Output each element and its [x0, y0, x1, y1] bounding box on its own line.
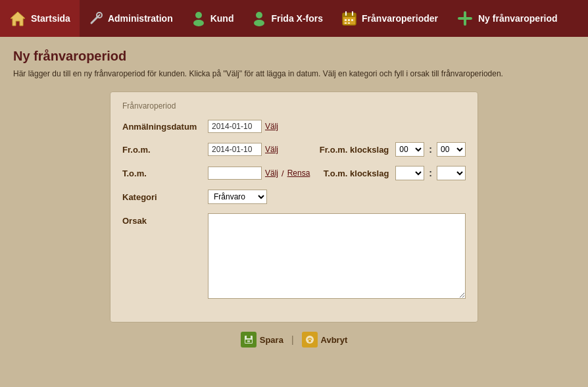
cancel-icon	[302, 332, 318, 348]
tom-min-select[interactable]: 00153045	[437, 166, 466, 180]
svg-line-3	[97, 14, 100, 17]
orsak-row: Orsak	[122, 213, 466, 301]
orsak-field	[208, 213, 466, 301]
tom-row: T.o.m. Välj / Rensa T.o.m. klockslag 000…	[122, 166, 466, 180]
from-field: 2014-01-10 Välj	[208, 143, 313, 156]
tom-klockslag-label: T.o.m. klockslag	[324, 168, 389, 178]
action-bar: Spara | Avbryt	[13, 322, 575, 354]
from-value: 2014-01-10	[208, 143, 262, 156]
save-label: Spara	[260, 335, 283, 345]
kategori-row: Kategori Frånvaro Sjukdom Semester Övrig…	[122, 190, 466, 204]
main-content: Ny frånvaroperiod Här lägger du till en …	[0, 37, 588, 361]
nav-kund-label: Kund	[210, 13, 234, 24]
svg-point-24	[308, 340, 311, 342]
svg-rect-14	[351, 19, 353, 21]
page-title: Ny frånvaroperiod	[13, 49, 575, 64]
svg-rect-13	[348, 19, 350, 21]
tom-rensa-link[interactable]: Rensa	[287, 168, 310, 178]
anmalningsdatum-row: Anmälningsdatum 2014-01-10 Välj	[122, 120, 466, 133]
tom-valj-link[interactable]: Välj	[265, 168, 278, 178]
nav-home-label: Startsida	[31, 13, 70, 24]
person-kund-icon	[191, 11, 206, 26]
tom-klockslag-field: T.o.m. klockslag 000106 07080912 : 00153…	[324, 166, 466, 180]
tom-input[interactable]	[208, 167, 262, 180]
from-hour-select[interactable]: 00010203 04050607 08091011 12	[395, 142, 424, 157]
svg-point-4	[195, 12, 202, 18]
from-label: Fr.o.m.	[122, 145, 208, 155]
cancel-button[interactable]: Avbryt	[302, 332, 348, 348]
cancel-label: Avbryt	[321, 335, 348, 345]
plus-icon	[456, 10, 474, 27]
svg-rect-15	[345, 22, 347, 24]
navbar: Startsida Administration Kund Frida	[0, 0, 588, 37]
save-icon	[241, 332, 257, 348]
tom-separator: /	[282, 168, 284, 178]
svg-point-7	[254, 20, 264, 26]
nav-franvaro[interactable]: Frånvaroperioder	[332, 0, 447, 37]
kategori-label: Kategori	[122, 192, 208, 202]
calendar-icon	[341, 11, 357, 26]
form-panel: Frånvaroperiod Anmälningsdatum 2014-01-1…	[110, 91, 478, 322]
svg-rect-9	[343, 13, 356, 17]
nav-ny-label: Ny frånvaroperiod	[478, 13, 558, 24]
nav-frida-label: Frida X-fors	[271, 13, 323, 24]
from-klockslag-label: Fr.o.m. klockslag	[320, 145, 389, 155]
save-button[interactable]: Spara	[241, 332, 283, 348]
kategori-field: Frånvaro Sjukdom Semester Övrigt	[208, 190, 466, 204]
nav-home[interactable]: Startsida	[0, 0, 80, 37]
anmalningsdatum-valj-link[interactable]: Välj	[265, 122, 278, 131]
from-min-select[interactable]: 00051015 20253035 40455055	[437, 142, 466, 157]
svg-point-6	[256, 12, 262, 18]
person-frida-icon	[252, 11, 266, 26]
action-separator: |	[291, 334, 294, 345]
from-valj-link[interactable]: Välj	[265, 145, 278, 154]
from-time-separator: :	[429, 144, 432, 155]
kategori-select[interactable]: Frånvaro Sjukdom Semester Övrigt	[208, 190, 267, 204]
tom-field: Välj / Rensa	[208, 167, 317, 180]
anmalningsdatum-label: Anmälningsdatum	[122, 122, 208, 132]
orsak-label: Orsak	[122, 213, 208, 226]
nav-administration-label: Administration	[108, 13, 173, 24]
anmalningsdatum-value: 2014-01-10	[208, 120, 262, 133]
nav-ny-franvaro[interactable]: Ny frånvaroperiod	[447, 0, 567, 37]
page-description: Här lägger du till en ny frånvaroperiod …	[13, 68, 575, 80]
panel-title: Frånvaroperiod	[122, 101, 466, 111]
svg-point-5	[193, 20, 204, 26]
tom-label: T.o.m.	[122, 168, 208, 178]
nav-administration[interactable]: Administration	[80, 0, 182, 37]
svg-rect-12	[345, 19, 347, 21]
svg-marker-0	[11, 12, 25, 26]
svg-rect-18	[458, 17, 472, 20]
nav-kund[interactable]: Kund	[182, 0, 243, 37]
svg-rect-22	[247, 340, 250, 342]
nav-frida[interactable]: Frida X-fors	[243, 0, 332, 37]
from-row: Fr.o.m. 2014-01-10 Välj Fr.o.m. klocksla…	[122, 142, 466, 157]
svg-rect-20	[247, 336, 251, 338]
tom-time-separator: :	[429, 168, 432, 178]
tom-hour-select[interactable]: 000106 07080912	[395, 166, 424, 180]
home-icon	[9, 11, 26, 26]
wrench-icon	[89, 11, 103, 26]
orsak-textarea[interactable]	[208, 213, 466, 299]
anmalningsdatum-field: 2014-01-10 Välj	[208, 120, 466, 133]
from-klockslag-field: Fr.o.m. klockslag 00010203 04050607 0809…	[320, 142, 466, 157]
nav-franvaro-label: Frånvaroperioder	[362, 13, 438, 24]
svg-rect-16	[348, 22, 350, 24]
